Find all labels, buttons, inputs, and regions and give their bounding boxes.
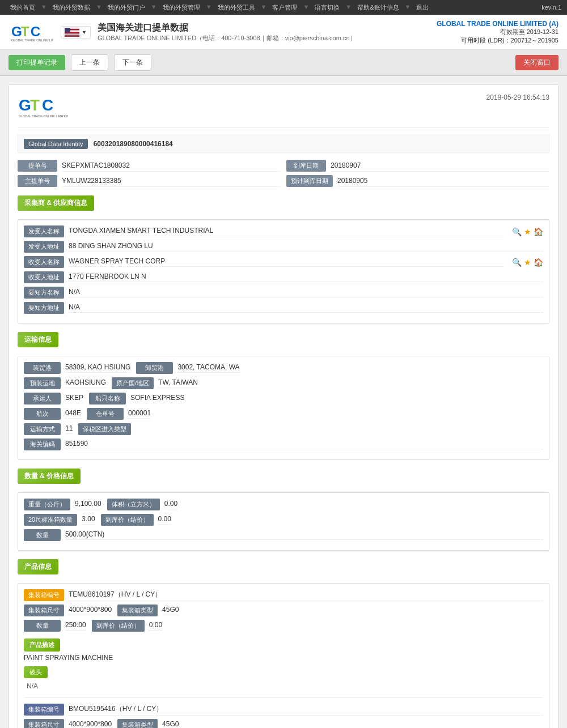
main-content: G T C GLOBAL TRADE ONLINE LIMITED 2019-0…	[0, 76, 567, 728]
receiver-search-icon[interactable]: 🔍	[512, 258, 522, 267]
header-left: G T C GLOBAL TRADE ONLINE LIMITED ▼ 美国海关…	[9, 19, 356, 45]
home-icon[interactable]: 🏠	[534, 227, 543, 236]
top-toolbar: 打印提单记录 上一条 下一条 关闭窗口	[0, 50, 567, 76]
carrier-group: 承运人 SKEP	[24, 393, 83, 405]
weight-volume-row: 重量（公斤） 9,100.00 体积（立方米） 0.00	[24, 499, 543, 510]
record-card: G T C GLOBAL TRADE ONLINE LIMITED 2019-0…	[9, 84, 558, 728]
container-20-label: 20尺标准箱数量	[24, 514, 77, 526]
voyage-group: 航次 048E	[24, 408, 81, 420]
quantity-section-title: 数量 & 价格信息	[18, 469, 81, 484]
company-logo: G T C GLOBAL TRADE ONLINE LIMITED	[9, 19, 54, 45]
carrier-label: 承运人	[24, 393, 61, 405]
nav-management[interactable]: 我的外贸管理	[158, 3, 205, 12]
warehouse-value: 000001	[128, 409, 151, 419]
container-1-header-label: 破头	[24, 666, 48, 678]
container-1-size-label: 集装箱尺寸	[24, 604, 64, 616]
nav-home[interactable]: 我的首页	[6, 3, 40, 12]
product-content: 集装箱编号 TEMU8610197（HV / L / CY） 集装箱尺寸 400…	[18, 583, 549, 728]
loading-port-value: 58309, KAO HSIUNG	[65, 363, 130, 373]
container-2-type-value: 45G0	[162, 720, 179, 728]
unloading-port-value: 3002, TACOMA, WA	[177, 363, 239, 373]
product-section: 产品信息 集装箱编号 TEMU8610197（HV / L / CY） 集装箱尺…	[18, 559, 549, 728]
container-1-size-type-row: 集装箱尺寸 4000*900*800 集装箱类型 45G0	[24, 604, 543, 616]
weight-group: 重量（公斤） 9,100.00	[24, 499, 101, 510]
transport-section-title: 运输信息	[18, 332, 58, 347]
sender-addr-value: 88 DING SHAN ZHONG LU	[69, 242, 543, 252]
quantity-row: 数量 500.00(CTN)	[24, 529, 543, 541]
nav-portal[interactable]: 我的外贸门户	[103, 3, 150, 12]
notify-addr-label: 要知方地址	[24, 302, 64, 314]
prev-button[interactable]: 上一条	[71, 54, 108, 71]
page-header: G T C GLOBAL TRADE ONLINE LIMITED ▼ 美国海关…	[0, 15, 567, 50]
master-bill-value: YMLUW228133385	[62, 175, 281, 187]
arrival-price-value: 0.00	[158, 515, 171, 525]
svg-text:G: G	[19, 96, 31, 114]
record-header: G T C GLOBAL TRADE ONLINE LIMITED 2019-0…	[18, 93, 549, 128]
origin-region-label: 原产国/地区	[112, 377, 154, 389]
container-1-no-label: 集装箱编号	[24, 589, 64, 601]
svg-text:C: C	[30, 23, 40, 39]
nav-tools[interactable]: 我的外贸工具	[213, 3, 260, 12]
unloading-port-group: 卸贸港 3002, TACOMA, WA	[136, 362, 239, 374]
warehouse-group: 仓单号 000001	[87, 408, 151, 420]
receiver-name-row: 收受人名称 WAGNER SPRAY TECH CORP 🔍 ★ 🏠	[24, 256, 543, 268]
unloading-port-label: 卸贸港	[136, 362, 173, 374]
svg-text:GLOBAL TRADE ONLINE LIMITED: GLOBAL TRADE ONLINE LIMITED	[19, 114, 68, 118]
container-2-size-type-row: 集装箱尺寸 4000*900*800 集装箱类型 45G0	[24, 719, 543, 728]
star-icon[interactable]: ★	[524, 227, 531, 236]
nav-items: 我的首页 ▼ 我的外贸数据 ▼ 我的外贸门户 ▼ 我的外贸管理 ▼ 我的外贸工具…	[6, 3, 433, 12]
record-timestamp: 2019-05-29 16:54:13	[486, 93, 549, 101]
container-1-desc-text: PAINT SPRAYING MACHINE	[24, 654, 543, 662]
nav-logout[interactable]: 退出	[412, 3, 433, 12]
us-flag	[65, 28, 79, 37]
search-icon[interactable]: 🔍	[512, 227, 522, 236]
container-divider	[24, 697, 543, 698]
est-arrival-group: 预计到库日期 20180905	[286, 175, 549, 187]
master-bill-group: 主提单号 YMLUW228133385	[18, 175, 281, 187]
pre-transport-group: 预装运地 KAOHSIUNG	[24, 377, 106, 389]
next-button[interactable]: 下一条	[114, 54, 151, 71]
print-button[interactable]: 打印提单记录	[9, 55, 65, 70]
container-1-no-value: TEMU8610197（HV / L / CY）	[69, 590, 543, 601]
container-1-type-value: 45G0	[162, 606, 179, 615]
customs-code-label: 海关编码	[24, 438, 61, 450]
container-2-no-label: 集装箱编号	[24, 704, 64, 716]
flag-selector[interactable]: ▼	[61, 26, 91, 39]
customs-code-row: 海关编码 851590	[24, 438, 543, 450]
container-1-size-group: 集装箱尺寸 4000*900*800	[24, 604, 112, 616]
pre-transport-value: KAOHSIUNG	[65, 378, 106, 388]
container-2-type-label: 集装箱类型	[117, 719, 158, 728]
notify-name-value: N/A	[69, 288, 543, 297]
container-1-desc-title: 产品描述	[24, 638, 60, 652]
sender-name-value: TONGDA XIAMEN SMART TECH INDUSTRIAL	[69, 227, 503, 236]
container-1-qty-label: 数量	[24, 620, 61, 632]
transport-mode-row: 运输方式 11 保税区进入类型	[24, 423, 543, 435]
record-gtc-logo: G T C GLOBAL TRADE ONLINE LIMITED	[18, 93, 86, 122]
record-logo: G T C GLOBAL TRADE ONLINE LIMITED	[18, 93, 86, 122]
close-button[interactable]: 关闭窗口	[515, 55, 558, 70]
nav-customer[interactable]: 客户管理	[268, 3, 302, 12]
origin-region-group: 原产国/地区 TW, TAIWAN	[112, 377, 198, 389]
master-bill-row: 主提单号 YMLUW228133385 预计到库日期 20180905	[18, 175, 549, 187]
container-1-qty-value: 250.00	[65, 621, 86, 631]
arrival-date-value: 20180907	[331, 160, 549, 172]
customs-code-value: 851590	[65, 440, 543, 449]
container-1-price-value: 0.00	[149, 621, 162, 631]
arrival-price-label: 到库价（结价）	[101, 514, 154, 526]
valid-until: 有效期至 2019-12-31	[437, 28, 558, 36]
product-section-title: 产品信息	[18, 559, 58, 574]
receiver-star-icon[interactable]: ★	[524, 258, 531, 267]
volume-value: 0.00	[164, 500, 177, 509]
header-right: GLOBAL TRADE ONLINE LIMITED (A) 有效期至 201…	[437, 20, 558, 45]
shipper-content: 发受人名称 TONGDA XIAMEN SMART TECH INDUSTRIA…	[18, 219, 549, 323]
notify-addr-row: 要知方地址 N/A	[24, 302, 543, 314]
arrival-date-group: 到库日期 20180907	[286, 160, 549, 172]
nav-trade-data[interactable]: 我的外贸数据	[48, 3, 95, 12]
nav-language[interactable]: 语言切换	[310, 3, 344, 12]
nav-help[interactable]: 帮助&账计信息	[353, 3, 403, 12]
container-1-qty-price-row: 数量 250.00 到库价（结价） 0.00	[24, 620, 543, 632]
receiver-home-icon[interactable]: 🏠	[534, 258, 543, 267]
container-2-size-group: 集装箱尺寸 4000*900*800	[24, 719, 112, 728]
receiver-name-label: 收受人名称	[24, 256, 64, 268]
container-1-price-label: 到库价（结价）	[92, 620, 145, 632]
